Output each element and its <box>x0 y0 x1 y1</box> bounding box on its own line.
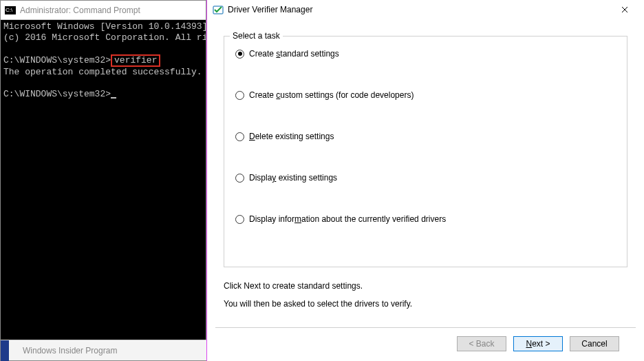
radio-delete-existing[interactable]: Delete existing settings <box>235 132 616 141</box>
cmd-result: The operation completed successfully. <box>3 67 202 77</box>
cmd-body[interactable]: Microsoft Windows [Version 10.0.14393] (… <box>1 20 206 340</box>
radio-label: Delete existing settings <box>249 132 334 141</box>
cmd-title: Administrator: Command Prompt <box>20 6 140 15</box>
cancel-button[interactable]: Cancel <box>570 336 619 351</box>
taskbar-sliver: Windows Insider Program <box>1 340 207 360</box>
dvm-footer: < Back Next > Cancel <box>215 327 636 361</box>
radio-icon <box>235 50 244 59</box>
radio-icon <box>235 91 244 100</box>
dvm-body: Select a task Create standard settings C… <box>207 19 644 313</box>
dvm-titlebar[interactable]: Driver Verifier Manager <box>207 0 644 19</box>
cmd-line2: (c) 2016 Microsoft Corporation. All ri <box>3 32 206 43</box>
task-group-label: Select a task <box>230 31 283 41</box>
radio-display-existing[interactable]: Display existing settings <box>235 173 616 183</box>
instruction-line2: You will then be asked to select the dri… <box>224 295 627 313</box>
cmd-titlebar[interactable]: C:\ Administrator: Command Prompt <box>1 1 206 20</box>
task-group: Select a task Create standard settings C… <box>224 36 627 267</box>
cmd-prompt2: C:\WINDOWS\system32> <box>3 89 111 99</box>
verifier-app-icon <box>213 4 224 15</box>
close-icon <box>621 6 628 13</box>
driver-verifier-window: Driver Verifier Manager Select a task Cr… <box>206 0 644 361</box>
cmd-window: C:\ Administrator: Command Prompt Micros… <box>0 0 206 361</box>
back-button: < Back <box>457 336 506 351</box>
cmd-cursor <box>111 97 116 99</box>
next-button[interactable]: Next > <box>513 336 563 351</box>
radio-create-standard[interactable]: Create standard settings <box>235 49 616 59</box>
instruction-line1: Click Next to create standard settings. <box>224 277 627 295</box>
radio-display-info[interactable]: Display information about the currently … <box>235 214 616 224</box>
radio-icon <box>235 215 244 224</box>
instruction-text: Click Next to create standard settings. … <box>224 277 627 313</box>
cmd-prompt1: C:\WINDOWS\system32> <box>3 55 111 65</box>
radio-label: Create standard settings <box>249 49 339 59</box>
radio-create-custom[interactable]: Create custom settings (for code develop… <box>235 90 616 100</box>
close-button[interactable] <box>611 1 638 19</box>
dvm-title: Driver Verifier Manager <box>228 5 312 14</box>
radio-icon <box>235 174 244 183</box>
cmd-line1: Microsoft Windows [Version 10.0.14393] <box>3 21 206 32</box>
radio-label: Display existing settings <box>249 173 337 183</box>
radio-icon <box>235 132 244 141</box>
cmd-icon: C:\ <box>5 6 16 14</box>
radio-label: Create custom settings (for code develop… <box>249 90 414 100</box>
taskbar-blur-text: Windows Insider Program <box>23 346 117 355</box>
taskbar-accent <box>1 340 9 361</box>
radio-label: Display information about the currently … <box>249 214 446 224</box>
cmd-command-highlight: verifier <box>111 54 160 67</box>
